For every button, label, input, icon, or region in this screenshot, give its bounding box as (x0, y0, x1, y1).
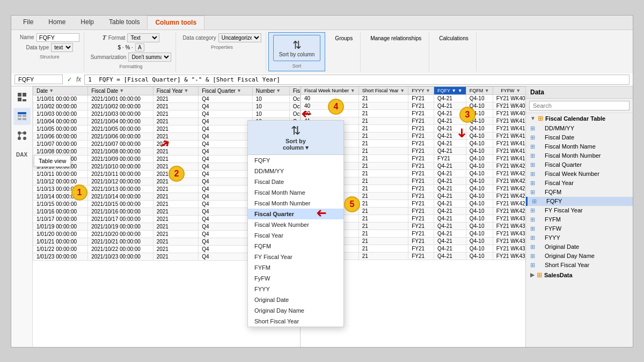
formula-input[interactable] (84, 75, 630, 85)
dropdown-item[interactable]: FYFM (248, 262, 343, 273)
table-cell: FY21 WK40 (493, 102, 525, 109)
calculations-btn[interactable]: Calculations (436, 33, 471, 43)
name-input[interactable] (36, 33, 79, 42)
table-cell: FY21 (408, 109, 434, 117)
format-select[interactable]: Text (127, 33, 159, 42)
col-header-fyfw[interactable]: FYFW ▼ (493, 86, 525, 94)
annotation-4: 4 (328, 99, 344, 115)
dropdown-item[interactable]: FQFY (248, 155, 343, 166)
table-cell: FY21 WK43 (493, 230, 525, 237)
dropdown-item[interactable]: Original Day Name (248, 305, 343, 316)
col-header-fqfy[interactable]: FQFY ▼ ▼ (434, 86, 466, 94)
apply-format-btn[interactable]: A (135, 43, 144, 51)
field-label: FYYY (537, 234, 560, 241)
tab-file[interactable]: File (16, 16, 41, 29)
formula-check-icon[interactable]: ✓ (67, 76, 72, 83)
dropdown-item[interactable]: DD/MM/YY (248, 166, 343, 176)
table-cell: Q4-10 (466, 184, 493, 192)
tree-field-item[interactable]: ⊞Fiscal Date (526, 133, 633, 142)
tree-sales-table[interactable]: ▶ ⊞ SalesData (526, 270, 633, 280)
tab-home[interactable]: Home (41, 16, 73, 29)
tree-field-item[interactable]: ⊞Fiscal Year (526, 179, 633, 188)
tab-help[interactable]: Help (73, 16, 101, 29)
dropdown-item[interactable]: FyFW (248, 273, 343, 284)
table-cell: 1/10/07 00:00:00 (33, 140, 88, 147)
table-cell: Q4-10 (466, 162, 493, 169)
tree-field-item[interactable]: ⊞FY Fiscal Year (526, 206, 633, 215)
table-cell: 21 (358, 132, 408, 139)
col-header-date[interactable]: Date ▼ (33, 86, 88, 95)
datacategory-select[interactable]: Uncategorized (218, 33, 261, 42)
table-cell: Q4 (199, 102, 253, 110)
col-header-fw-number[interactable]: Fiscal Week Number ▼ (301, 86, 359, 94)
table-cell: 21 (358, 222, 408, 230)
table-cell: FY21 (408, 237, 434, 245)
sort-by-column-btn[interactable]: ⇅ Sort by column (273, 35, 321, 61)
col-header-fiscal-quarter[interactable]: Fiscal Quarter ▼ (199, 86, 253, 95)
dropdown-item[interactable]: FYYY (248, 284, 343, 294)
search-input[interactable] (529, 101, 630, 110)
tree-field-item[interactable]: ⊞FYFW (526, 224, 633, 233)
tree-field-item[interactable]: ⊞Original Day Name (526, 252, 633, 261)
dropdown-item[interactable]: FY Fiscal Year (248, 252, 343, 262)
tree-fiscal-table[interactable]: ▼ ⊞ Fiscal Calendar Table (526, 113, 633, 124)
table-cell: 2021/10/09 00:00:00 (88, 155, 153, 162)
datatype-select[interactable]: text (51, 43, 73, 52)
field-icon: ⊞ (530, 225, 535, 232)
groups-btn[interactable]: Groups (332, 33, 356, 43)
field-icon: ⊞ (530, 125, 535, 132)
tree-field-item[interactable]: ⊞Fiscal Month Number (526, 151, 633, 160)
table-cell: FY21 WK41 (493, 117, 525, 124)
sidebar-report-icon[interactable] (13, 88, 31, 106)
field-label: Fiscal Week Number (537, 171, 599, 177)
col-header-fqfm[interactable]: FQFM ▼ (466, 86, 493, 94)
sidebar-dax-icon[interactable]: DAX (13, 146, 31, 164)
table-cell: Q4 (199, 223, 253, 230)
tab-column-tools[interactable]: Column tools (147, 16, 204, 29)
field-label: FY Fiscal Year (537, 207, 583, 213)
tree-field-item[interactable]: ⊞FQFM (526, 188, 633, 197)
col-header-number[interactable]: Number ▼ (252, 86, 289, 95)
field-icon: ⊞ (530, 189, 535, 196)
tree-field-item[interactable]: ⊞FYYY (526, 233, 633, 242)
table-cell: FY21 (408, 184, 434, 192)
tab-table-tools[interactable]: Table tools (101, 16, 147, 29)
tree-field-item[interactable]: ⊞Fiscal Week Number (526, 169, 633, 179)
table-cell: FY21 (434, 154, 466, 162)
dropdown-header: ⇅ Sort bycolumn ▾ (248, 121, 343, 155)
dropdown-item[interactable]: Fiscal Month Name (248, 187, 343, 198)
col-header-fiscal-date[interactable]: Fiscal Date ▼ (88, 86, 153, 95)
col-header-fiscal-month[interactable]: Fiscal Month Na... ▼ (289, 86, 300, 95)
dropdown-item[interactable]: FQFM (248, 241, 343, 252)
field-icon: ⊞ (530, 207, 535, 214)
tree-field-item[interactable]: ⊞FQFY (526, 197, 633, 206)
tree-field-item[interactable]: ⊞FYFM (526, 215, 633, 224)
col-header-fyyy[interactable]: FYYY ▼ (408, 86, 434, 94)
table-cell: 2021 (153, 95, 198, 102)
dropdown-item[interactable]: Fiscal Year (248, 230, 343, 241)
format-icon: 𝑇 (103, 34, 106, 41)
col-header-short-fy[interactable]: Short Fiscal Year ▼ (358, 86, 408, 94)
table-cell: FY21 WK40 (493, 109, 525, 117)
table-cell: 1/10/12 00:00:00 (33, 178, 88, 185)
dropdown-item[interactable]: Fiscal Quarter (248, 209, 343, 219)
tree-field-item[interactable]: ⊞Short Fiscal Year (526, 261, 633, 270)
tree-field-item[interactable]: ⊞DD/MM/YY (526, 124, 633, 133)
summarization-select[interactable]: Don't summarize (128, 53, 171, 62)
tree-field-item[interactable]: ⊞Fiscal Quarter (526, 160, 633, 169)
tree-field-item[interactable]: ⊞Original Date (526, 242, 633, 252)
dropdown-item[interactable]: Fiscal Week Number (248, 219, 343, 230)
formula-name[interactable] (14, 75, 63, 84)
dropdown-item[interactable]: Fiscal Date (248, 176, 343, 187)
dropdown-item[interactable]: Fiscal Month Number (248, 198, 343, 209)
dropdown-item[interactable]: Original Date (248, 294, 343, 305)
summarization-label: Summarization (91, 54, 127, 60)
col-header-fiscal-year[interactable]: Fiscal Year ▼ (153, 86, 198, 95)
relationships-btn[interactable]: Manage relationships (367, 33, 425, 43)
table-cell: Q4 (199, 132, 253, 140)
sidebar-model-icon[interactable] (13, 127, 31, 144)
dropdown-item[interactable]: Short Fiscal Year (248, 316, 343, 327)
table-cell: FY21 WK41 (493, 124, 525, 132)
sidebar-table-icon[interactable] (13, 108, 31, 125)
tree-field-item[interactable]: ⊞Fiscal Month Name (526, 142, 633, 151)
